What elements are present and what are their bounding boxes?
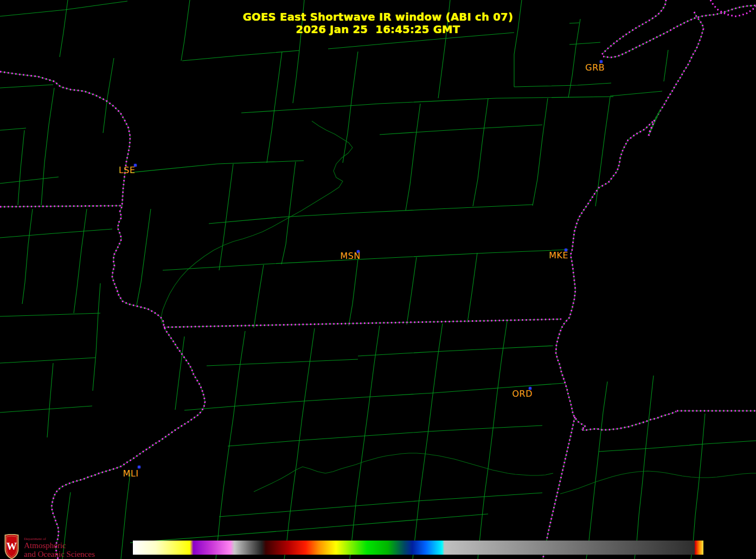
logo-dept-line: Department of [24,537,95,541]
title-line-2: 2026 Jan 25 16:45:25 GMT [296,23,460,36]
mn-ia-border-line [0,206,122,207]
state-borders-and-shorelines [0,0,756,559]
satellite-image-viewport: GOES East Shortwave IR window (ABI ch 07… [0,0,756,559]
title-line-1: GOES East Shortwave IR window (ABI ch 07… [243,11,513,23]
map-canvas [0,0,756,559]
station-label-grb: GRB [585,63,605,72]
wi-il-border-line [164,319,561,327]
uw-crest-icon: W [4,534,19,559]
logo-name-line1: Atmospheric [24,542,95,550]
ir-enhancement-colorbar [133,541,703,555]
product-title: GOES East Shortwave IR window (ABI ch 07… [0,11,756,36]
uw-aos-logo: W Department of Atmospheric and Oceanic … [4,534,95,559]
station-label-msn: MSN [340,252,360,261]
crest-letter: W [7,541,17,552]
station-label-mke: MKE [549,251,568,260]
logo-text: Department of Atmospheric and Oceanic Sc… [24,534,95,558]
station-label-lse: LSE [119,166,136,175]
rivers [161,121,756,494]
lake-michigan-shore-line-2 [556,109,676,430]
logo-name-line2: and Oceanic Sciences [24,550,95,558]
station-label-ord: ORD [512,390,533,398]
station-label-mli: MLI [123,469,139,478]
